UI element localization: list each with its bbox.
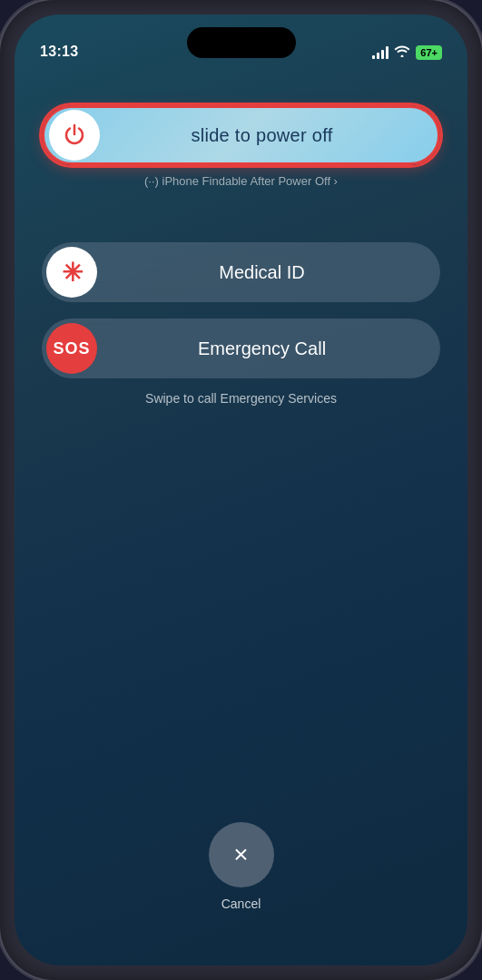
power-slider-label: slide to power off: [100, 125, 433, 146]
sos-icon: SOS: [46, 323, 97, 374]
phone-frame: 13:13 67+: [0, 0, 482, 980]
emergency-call-label: Emergency Call: [97, 338, 436, 359]
battery-icon: 67+: [416, 45, 442, 60]
medical-icon: ✳: [46, 247, 97, 298]
cancel-button[interactable]: ×: [209, 822, 274, 887]
findable-after-poweroff: (··) iPhone Findable After Power Off ›: [144, 174, 338, 188]
swipe-hint-text: Swipe to call Emergency Services: [145, 391, 337, 406]
cancel-x-icon: ×: [233, 842, 248, 867]
medical-id-label: Medical ID: [97, 262, 436, 283]
cancel-label: Cancel: [221, 897, 261, 911]
status-icons: 67+: [372, 44, 442, 60]
main-content: slide to power off (··) iPhone Findable …: [15, 78, 467, 965]
dynamic-island: [187, 27, 296, 58]
sos-emergency-button[interactable]: SOS Emergency Call: [42, 318, 440, 378]
phone-screen: 13:13 67+: [15, 15, 467, 965]
power-icon: [62, 122, 87, 148]
medical-id-button[interactable]: ✳ Medical ID: [42, 242, 440, 302]
power-slider-container: slide to power off: [42, 105, 440, 165]
power-off-slider[interactable]: slide to power off: [42, 105, 440, 165]
power-button-thumb: [49, 110, 100, 161]
sos-text: SOS: [53, 339, 90, 358]
wifi-icon: [394, 44, 410, 60]
action-buttons: ✳ Medical ID SOS Emergency Call: [42, 242, 440, 378]
medical-asterisk-icon: ✳: [62, 258, 83, 288]
status-time: 13:13: [40, 44, 78, 60]
signal-icon: [372, 46, 389, 59]
cancel-section: × Cancel: [209, 822, 274, 929]
